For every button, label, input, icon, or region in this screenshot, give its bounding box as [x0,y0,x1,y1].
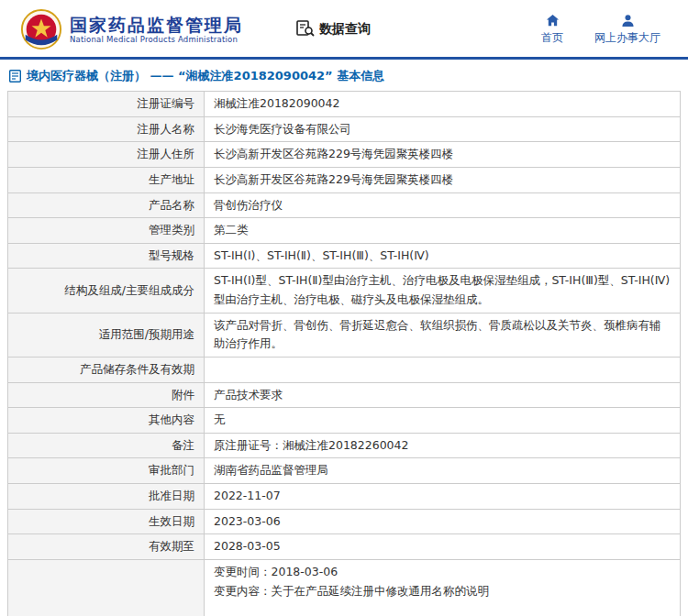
row-value: ST-IH(Ⅰ)型、ST-IH(Ⅱ)型由治疗主机、治疗电极及电极保湿垫组成，ST… [205,269,681,313]
row-value: 湘械注准20182090042 [205,92,681,117]
main-content: 境内医疗器械（注册） —— “湘械注准20182090042” 基本信息 注册证… [0,60,688,616]
site-header: 国家药品监督管理局 National Medical Products Admi… [0,0,688,57]
nav-service-hall-label: 网上办事大厅 [594,30,660,46]
row-label: 生产地址 [8,167,205,192]
table-row: 注册证编号湘械注准20182090042 [8,92,681,117]
page-title: 境内医疗器械（注册） —— “湘械注准20182090042” 基本信息 [0,60,688,91]
row-label: 结构及组成/主要组成成分 [8,269,205,313]
row-label: 有效期至 [8,534,205,560]
table-row: 其他内容无 [8,408,681,434]
table-row: 变更情况变更时间：2018-03-06 变更内容：关于在产品延续注册中修改通用名… [8,559,681,616]
row-label: 管理类别 [8,218,205,244]
registration-info-table: 注册证编号湘械注准20182090042注册人名称长沙海凭医疗设备有限公司注册人… [7,91,681,616]
table-row: 有效期至2028-03-05 [8,534,681,560]
table-row: 型号规格ST-IH(Ⅰ)、ST-IH(Ⅱ)、ST-IH(Ⅲ)、ST-IH(Ⅳ) [8,243,681,269]
page: 国家药品监督管理局 National Medical Products Admi… [0,0,688,616]
data-query-icon [296,20,315,39]
table-row: 审批部门湖南省药品监督管理局 [8,458,681,484]
row-label: 适用范围/预期用途 [8,313,205,357]
header-left: 国家药品监督管理局 National Medical Products Admi… [20,8,371,50]
row-value: ST-IH(Ⅰ)、ST-IH(Ⅱ)、ST-IH(Ⅲ)、ST-IH(Ⅳ) [205,243,681,269]
nmpa-emblem-logo [20,8,62,50]
row-value: 产品技术要求 [205,382,681,408]
row-value: 该产品对骨折、骨创伤、骨折延迟愈合、软组织损伤、骨质疏松以及关节炎、颈椎病有辅助… [205,313,681,357]
table-row: 结构及组成/主要组成成分ST-IH(Ⅰ)型、ST-IH(Ⅱ)型由治疗主机、治疗电… [8,269,681,313]
row-label: 批准日期 [8,484,205,510]
row-value [205,357,681,382]
row-value: 原注册证号：湘械注准20182260042 [205,433,681,458]
row-label: 产品名称 [8,192,205,218]
org-name-en: National Medical Products Administration [70,35,243,44]
nav-service-hall[interactable]: 网上办事大厅 [594,14,660,46]
row-value: 变更时间：2018-03-06 变更内容：关于在产品延续注册中修改通用名称的说明… [205,559,681,616]
row-label: 备注 [8,433,205,458]
row-label: 产品储存条件及有效期 [8,357,205,382]
row-value: 2028-03-05 [205,534,681,560]
row-label: 附件 [8,382,205,408]
row-value: 2023-03-06 [205,509,681,534]
row-label: 型号规格 [8,243,205,269]
table-row: 适用范围/预期用途该产品对骨折、骨创伤、骨折延迟愈合、软组织损伤、骨质疏松以及关… [8,313,681,357]
row-label: 其他内容 [8,408,205,434]
row-label: 变更情况 [8,559,205,616]
row-value: 骨创伤治疗仪 [205,192,681,218]
row-label: 注册人名称 [8,116,205,142]
row-label: 注册人住所 [8,142,205,168]
table-row: 注册人名称长沙海凭医疗设备有限公司 [8,116,681,142]
person-icon [621,14,635,28]
table-row: 附件产品技术要求 [8,382,681,408]
row-label: 生效日期 [8,509,205,534]
row-value: 长沙高新开发区谷苑路229号海凭园聚英楼四楼 [205,142,681,168]
table-row: 产品名称骨创伤治疗仪 [8,192,681,218]
table-row: 注册人住所长沙高新开发区谷苑路229号海凭园聚英楼四楼 [8,142,681,168]
nav-home-label: 首页 [541,30,563,46]
header-nav: 首页 网上办事大厅 [541,14,671,46]
data-query-link[interactable]: 数据查询 [296,20,371,39]
org-name-cn: 国家药品监督管理局 [70,15,243,36]
table-row: 批准日期2022-11-07 [8,484,681,510]
row-value: 长沙高新开发区谷苑路229号海凭园聚英楼四楼 [205,167,681,192]
table-row: 生产地址长沙高新开发区谷苑路229号海凭园聚英楼四楼 [8,167,681,192]
data-query-label: 数据查询 [319,21,371,38]
table-row: 备注原注册证号：湘械注准20182260042 [8,433,681,458]
table-row: 产品储存条件及有效期 [8,357,681,382]
page-title-text: 境内医疗器械（注册） —— “湘械注准20182090042” 基本信息 [27,68,384,84]
org-names: 国家药品监督管理局 National Medical Products Admi… [70,15,243,45]
nav-home[interactable]: 首页 [541,14,563,46]
row-value: 湖南省药品监督管理局 [205,458,681,484]
table-row: 生效日期2023-03-06 [8,509,681,534]
row-label: 注册证编号 [8,92,205,117]
document-icon [9,70,21,82]
row-value: 2022-11-07 [205,484,681,510]
row-label: 审批部门 [8,458,205,484]
row-value: 长沙海凭医疗设备有限公司 [205,116,681,142]
table-row: 管理类别第二类 [8,218,681,244]
row-value: 第二类 [205,218,681,244]
home-icon [546,14,560,28]
row-value: 无 [205,408,681,434]
